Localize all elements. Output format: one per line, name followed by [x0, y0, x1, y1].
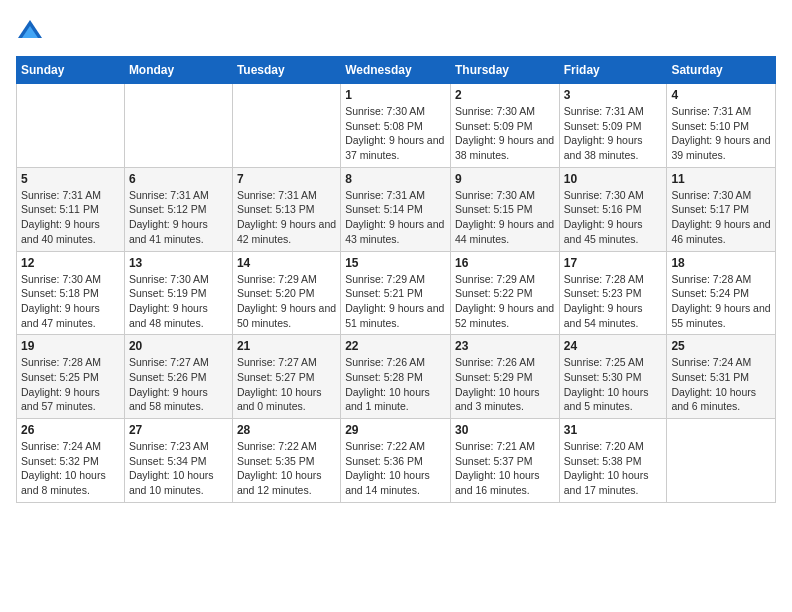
day-number: 20 — [129, 339, 228, 353]
day-number: 29 — [345, 423, 446, 437]
calendar-cell — [232, 84, 340, 168]
day-info: Sunrise: 7:30 AM Sunset: 5:17 PM Dayligh… — [671, 188, 771, 247]
day-info: Sunrise: 7:30 AM Sunset: 5:08 PM Dayligh… — [345, 104, 446, 163]
logo — [16, 16, 48, 44]
day-info: Sunrise: 7:31 AM Sunset: 5:09 PM Dayligh… — [564, 104, 663, 163]
header-thursday: Thursday — [450, 57, 559, 84]
day-info: Sunrise: 7:26 AM Sunset: 5:29 PM Dayligh… — [455, 355, 555, 414]
day-info: Sunrise: 7:23 AM Sunset: 5:34 PM Dayligh… — [129, 439, 228, 498]
day-info: Sunrise: 7:30 AM Sunset: 5:15 PM Dayligh… — [455, 188, 555, 247]
calendar-cell: 8Sunrise: 7:31 AM Sunset: 5:14 PM Daylig… — [341, 167, 451, 251]
day-number: 6 — [129, 172, 228, 186]
day-number: 17 — [564, 256, 663, 270]
day-info: Sunrise: 7:24 AM Sunset: 5:31 PM Dayligh… — [671, 355, 771, 414]
day-info: Sunrise: 7:27 AM Sunset: 5:27 PM Dayligh… — [237, 355, 336, 414]
calendar-cell: 1Sunrise: 7:30 AM Sunset: 5:08 PM Daylig… — [341, 84, 451, 168]
calendar-week-row: 5Sunrise: 7:31 AM Sunset: 5:11 PM Daylig… — [17, 167, 776, 251]
calendar-cell: 18Sunrise: 7:28 AM Sunset: 5:24 PM Dayli… — [667, 251, 776, 335]
day-info: Sunrise: 7:27 AM Sunset: 5:26 PM Dayligh… — [129, 355, 228, 414]
day-number: 25 — [671, 339, 771, 353]
day-info: Sunrise: 7:30 AM Sunset: 5:16 PM Dayligh… — [564, 188, 663, 247]
calendar-cell: 11Sunrise: 7:30 AM Sunset: 5:17 PM Dayli… — [667, 167, 776, 251]
day-number: 11 — [671, 172, 771, 186]
calendar-cell: 22Sunrise: 7:26 AM Sunset: 5:28 PM Dayli… — [341, 335, 451, 419]
day-number: 28 — [237, 423, 336, 437]
day-number: 4 — [671, 88, 771, 102]
header-friday: Friday — [559, 57, 667, 84]
calendar-cell: 21Sunrise: 7:27 AM Sunset: 5:27 PM Dayli… — [232, 335, 340, 419]
day-info: Sunrise: 7:31 AM Sunset: 5:10 PM Dayligh… — [671, 104, 771, 163]
day-number: 5 — [21, 172, 120, 186]
day-number: 1 — [345, 88, 446, 102]
calendar-cell: 23Sunrise: 7:26 AM Sunset: 5:29 PM Dayli… — [450, 335, 559, 419]
day-number: 23 — [455, 339, 555, 353]
day-number: 9 — [455, 172, 555, 186]
calendar-week-row: 12Sunrise: 7:30 AM Sunset: 5:18 PM Dayli… — [17, 251, 776, 335]
calendar-cell — [17, 84, 125, 168]
day-info: Sunrise: 7:28 AM Sunset: 5:25 PM Dayligh… — [21, 355, 120, 414]
calendar-header-row: SundayMondayTuesdayWednesdayThursdayFrid… — [17, 57, 776, 84]
day-number: 21 — [237, 339, 336, 353]
day-info: Sunrise: 7:31 AM Sunset: 5:14 PM Dayligh… — [345, 188, 446, 247]
calendar-cell — [667, 419, 776, 503]
calendar-cell: 14Sunrise: 7:29 AM Sunset: 5:20 PM Dayli… — [232, 251, 340, 335]
day-info: Sunrise: 7:30 AM Sunset: 5:19 PM Dayligh… — [129, 272, 228, 331]
day-info: Sunrise: 7:26 AM Sunset: 5:28 PM Dayligh… — [345, 355, 446, 414]
day-number: 18 — [671, 256, 771, 270]
day-number: 27 — [129, 423, 228, 437]
day-info: Sunrise: 7:31 AM Sunset: 5:12 PM Dayligh… — [129, 188, 228, 247]
day-number: 22 — [345, 339, 446, 353]
calendar-cell: 26Sunrise: 7:24 AM Sunset: 5:32 PM Dayli… — [17, 419, 125, 503]
logo-icon — [16, 16, 44, 44]
calendar-cell: 27Sunrise: 7:23 AM Sunset: 5:34 PM Dayli… — [124, 419, 232, 503]
day-number: 24 — [564, 339, 663, 353]
calendar-cell: 29Sunrise: 7:22 AM Sunset: 5:36 PM Dayli… — [341, 419, 451, 503]
calendar-cell: 9Sunrise: 7:30 AM Sunset: 5:15 PM Daylig… — [450, 167, 559, 251]
calendar-cell: 13Sunrise: 7:30 AM Sunset: 5:19 PM Dayli… — [124, 251, 232, 335]
day-number: 15 — [345, 256, 446, 270]
calendar-cell — [124, 84, 232, 168]
day-info: Sunrise: 7:29 AM Sunset: 5:20 PM Dayligh… — [237, 272, 336, 331]
day-number: 13 — [129, 256, 228, 270]
day-info: Sunrise: 7:31 AM Sunset: 5:11 PM Dayligh… — [21, 188, 120, 247]
day-info: Sunrise: 7:28 AM Sunset: 5:24 PM Dayligh… — [671, 272, 771, 331]
page-header — [16, 16, 776, 44]
calendar-cell: 2Sunrise: 7:30 AM Sunset: 5:09 PM Daylig… — [450, 84, 559, 168]
calendar-cell: 28Sunrise: 7:22 AM Sunset: 5:35 PM Dayli… — [232, 419, 340, 503]
day-number: 12 — [21, 256, 120, 270]
day-number: 14 — [237, 256, 336, 270]
calendar-cell: 6Sunrise: 7:31 AM Sunset: 5:12 PM Daylig… — [124, 167, 232, 251]
day-number: 30 — [455, 423, 555, 437]
calendar-cell: 20Sunrise: 7:27 AM Sunset: 5:26 PM Dayli… — [124, 335, 232, 419]
day-number: 3 — [564, 88, 663, 102]
calendar-cell: 24Sunrise: 7:25 AM Sunset: 5:30 PM Dayli… — [559, 335, 667, 419]
day-info: Sunrise: 7:25 AM Sunset: 5:30 PM Dayligh… — [564, 355, 663, 414]
day-number: 7 — [237, 172, 336, 186]
day-number: 19 — [21, 339, 120, 353]
calendar-cell: 17Sunrise: 7:28 AM Sunset: 5:23 PM Dayli… — [559, 251, 667, 335]
calendar-cell: 25Sunrise: 7:24 AM Sunset: 5:31 PM Dayli… — [667, 335, 776, 419]
header-saturday: Saturday — [667, 57, 776, 84]
calendar-week-row: 26Sunrise: 7:24 AM Sunset: 5:32 PM Dayli… — [17, 419, 776, 503]
day-info: Sunrise: 7:30 AM Sunset: 5:18 PM Dayligh… — [21, 272, 120, 331]
header-sunday: Sunday — [17, 57, 125, 84]
calendar-cell: 12Sunrise: 7:30 AM Sunset: 5:18 PM Dayli… — [17, 251, 125, 335]
day-number: 31 — [564, 423, 663, 437]
day-info: Sunrise: 7:29 AM Sunset: 5:22 PM Dayligh… — [455, 272, 555, 331]
header-wednesday: Wednesday — [341, 57, 451, 84]
calendar-cell: 30Sunrise: 7:21 AM Sunset: 5:37 PM Dayli… — [450, 419, 559, 503]
calendar-cell: 5Sunrise: 7:31 AM Sunset: 5:11 PM Daylig… — [17, 167, 125, 251]
day-number: 10 — [564, 172, 663, 186]
calendar-cell: 16Sunrise: 7:29 AM Sunset: 5:22 PM Dayli… — [450, 251, 559, 335]
day-info: Sunrise: 7:22 AM Sunset: 5:35 PM Dayligh… — [237, 439, 336, 498]
day-info: Sunrise: 7:20 AM Sunset: 5:38 PM Dayligh… — [564, 439, 663, 498]
calendar-cell: 15Sunrise: 7:29 AM Sunset: 5:21 PM Dayli… — [341, 251, 451, 335]
calendar-cell: 7Sunrise: 7:31 AM Sunset: 5:13 PM Daylig… — [232, 167, 340, 251]
calendar-week-row: 19Sunrise: 7:28 AM Sunset: 5:25 PM Dayli… — [17, 335, 776, 419]
day-number: 2 — [455, 88, 555, 102]
calendar-cell: 3Sunrise: 7:31 AM Sunset: 5:09 PM Daylig… — [559, 84, 667, 168]
day-info: Sunrise: 7:21 AM Sunset: 5:37 PM Dayligh… — [455, 439, 555, 498]
day-info: Sunrise: 7:31 AM Sunset: 5:13 PM Dayligh… — [237, 188, 336, 247]
day-info: Sunrise: 7:22 AM Sunset: 5:36 PM Dayligh… — [345, 439, 446, 498]
day-number: 8 — [345, 172, 446, 186]
